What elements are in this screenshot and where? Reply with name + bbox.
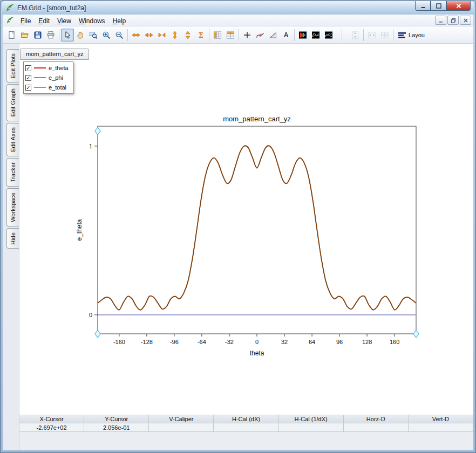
legend-swatch bbox=[34, 77, 46, 78]
zoom-out-button[interactable] bbox=[113, 29, 126, 42]
new-file-button[interactable] bbox=[5, 29, 18, 42]
curve-marker-button[interactable] bbox=[254, 29, 267, 42]
legend-swatch bbox=[34, 67, 46, 68]
toolbar-separator bbox=[59, 29, 59, 41]
column-select-icon bbox=[213, 31, 222, 39]
plot-surface-button[interactable] bbox=[322, 29, 335, 42]
x-tick-label: 128 bbox=[362, 339, 372, 345]
sidebar-tab-label: Workspace bbox=[10, 193, 16, 222]
app-window: EM.Grid - [smom_tut2a] FileEditViewWindo… bbox=[0, 0, 476, 453]
status-value-2 bbox=[149, 423, 214, 432]
select-cursor-button[interactable] bbox=[61, 29, 74, 42]
column-select-button[interactable] bbox=[211, 29, 224, 42]
minimize-icon bbox=[420, 3, 426, 9]
mdi-close-icon bbox=[463, 18, 468, 23]
plot-2d-button[interactable] bbox=[296, 29, 309, 42]
plot-waveform-button[interactable] bbox=[309, 29, 322, 42]
save-button[interactable] bbox=[31, 29, 44, 42]
status-col-x-cursor: X-Cursor bbox=[19, 415, 84, 423]
sidebar-tab-label: Edit Plots bbox=[10, 53, 16, 78]
legend-item-e-phi: ✓e_phi bbox=[25, 73, 69, 83]
zoom-out-icon bbox=[115, 31, 124, 39]
sum-button[interactable]: Σ bbox=[194, 29, 207, 42]
menu-file[interactable]: File bbox=[17, 16, 35, 26]
x-tick-label: -128 bbox=[141, 339, 153, 345]
zoom-region-button[interactable] bbox=[87, 29, 100, 42]
sidebar-tab-edit-graph[interactable]: Edit Graph bbox=[6, 84, 19, 121]
x-tick-label: -32 bbox=[225, 339, 234, 345]
chart-canvas[interactable]: mom_pattern_cart_yz-160-128-96-64-320326… bbox=[19, 97, 475, 377]
scale-v-expand-button[interactable] bbox=[181, 29, 194, 42]
chart-title: mom_pattern_cart_yz bbox=[223, 115, 291, 123]
x-tick-label: 160 bbox=[390, 339, 399, 345]
save-icon bbox=[33, 31, 42, 39]
pan-hand-button[interactable] bbox=[74, 29, 87, 42]
x-tick-label: 32 bbox=[281, 339, 288, 345]
legend-checkbox[interactable]: ✓ bbox=[25, 85, 31, 91]
open-folder-button[interactable] bbox=[18, 29, 31, 42]
scale-v-expand-icon bbox=[183, 31, 192, 39]
menu-edit[interactable]: Edit bbox=[35, 16, 53, 26]
fit-horizontal-button bbox=[365, 29, 378, 42]
layout-button[interactable]: Layou bbox=[395, 29, 427, 42]
scale-h-expand-button[interactable] bbox=[142, 29, 155, 42]
status-col-h-cal-dx-: H-Cal (dX) bbox=[214, 415, 278, 423]
select-cursor-icon bbox=[63, 31, 72, 39]
menu-help[interactable]: Help bbox=[109, 16, 130, 26]
document-tab[interactable]: mom_pattern_cart_yz bbox=[20, 49, 89, 60]
menu-view[interactable]: View bbox=[53, 16, 75, 26]
crosshair-button[interactable] bbox=[241, 29, 254, 42]
sidebar-tab-edit-axes[interactable]: Edit Axes bbox=[6, 123, 19, 156]
row-select-icon bbox=[226, 31, 235, 39]
scale-h-fit-button[interactable] bbox=[130, 29, 142, 42]
x-tick-label: -64 bbox=[198, 339, 206, 345]
slope-icon bbox=[269, 31, 277, 39]
legend-checkbox[interactable]: ✓ bbox=[25, 65, 31, 71]
layout-icon bbox=[398, 31, 406, 39]
slope-button[interactable] bbox=[267, 29, 280, 42]
status-value-4 bbox=[279, 423, 344, 432]
layout-label: Layou bbox=[409, 32, 425, 38]
status-value-1: 2.056e-01 bbox=[84, 423, 149, 432]
print-icon bbox=[46, 31, 55, 39]
maximize-button[interactable] bbox=[431, 1, 446, 11]
status-col-h-cal-1-dx-: H-Cal (1/dX) bbox=[279, 415, 344, 423]
scale-h-shrink-button[interactable] bbox=[155, 29, 168, 42]
print-button[interactable] bbox=[44, 29, 57, 42]
mdi-close-button[interactable] bbox=[460, 16, 471, 25]
sidebar-tab-tracker[interactable]: Tracker bbox=[6, 158, 19, 187]
mdi-restore-icon bbox=[451, 18, 456, 23]
toolbar-separator bbox=[294, 29, 295, 41]
scale-h-fit-icon bbox=[132, 31, 140, 39]
row-select-button[interactable] bbox=[224, 29, 237, 42]
window-controls bbox=[415, 1, 471, 11]
sidebar-tab-label: Edit Graph bbox=[10, 88, 16, 117]
menu-bar: FileEditViewWindowsHelp bbox=[3, 15, 473, 26]
fit-page-button bbox=[378, 29, 391, 42]
minimize-button[interactable] bbox=[415, 1, 431, 11]
y-tick-label: 0 bbox=[89, 312, 92, 318]
plot-area[interactable] bbox=[98, 126, 416, 334]
sidebar-tab-workspace[interactable]: Workspace bbox=[6, 188, 19, 226]
status-value-0: -2.697e+02 bbox=[19, 423, 84, 432]
scale-v-fit-button[interactable] bbox=[168, 29, 181, 42]
toolbar-separator bbox=[393, 29, 393, 41]
text-label-button[interactable]: A bbox=[280, 29, 293, 42]
sidebar-tab-edit-plots[interactable]: Edit Plots bbox=[6, 49, 19, 83]
sidebar-tab-hide[interactable]: Hide bbox=[6, 228, 19, 249]
tracker-status-table: X-CursorY-CursorV-CaliperH-Cal (dX)H-Cal… bbox=[19, 415, 473, 432]
svg-text:Σ: Σ bbox=[198, 31, 203, 39]
mdi-minimize-button[interactable] bbox=[435, 16, 446, 25]
bottom-strip bbox=[19, 432, 473, 450]
menu-items: FileEditViewWindowsHelp bbox=[17, 16, 130, 25]
workspace: Edit PlotsEdit GraphEdit AxesTrackerWork… bbox=[3, 44, 473, 450]
menu-windows[interactable]: Windows bbox=[75, 16, 109, 26]
crosshair-icon bbox=[243, 31, 251, 39]
zoom-in-button[interactable] bbox=[100, 29, 113, 42]
toolbar-separator bbox=[209, 29, 209, 41]
curve-marker-icon bbox=[256, 31, 264, 39]
close-button[interactable] bbox=[446, 1, 471, 11]
mdi-restore-button[interactable] bbox=[447, 16, 459, 25]
fit-vertical-icon bbox=[351, 31, 359, 39]
legend-checkbox[interactable]: ✓ bbox=[25, 75, 31, 81]
